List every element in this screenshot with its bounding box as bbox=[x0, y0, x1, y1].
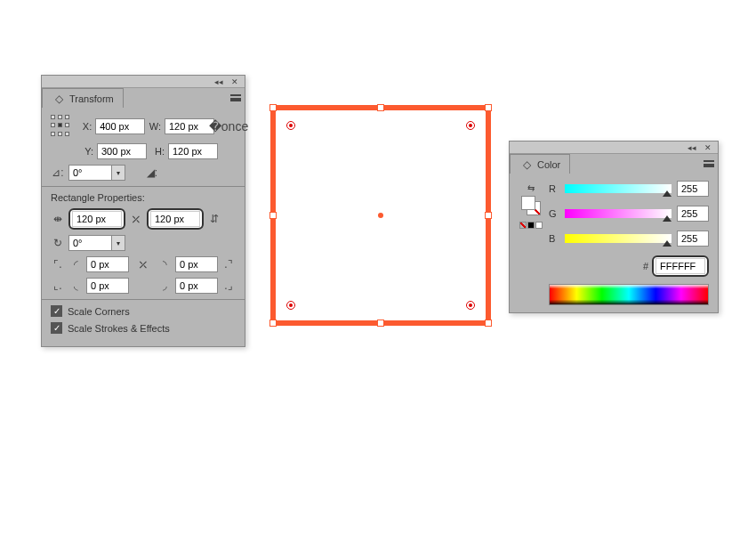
rotate-row: ⊿: ▾ ◢: bbox=[51, 165, 236, 181]
corner-bl-input[interactable] bbox=[86, 278, 129, 294]
handle-l[interactable] bbox=[269, 212, 277, 219]
radius-tl-icon: ◜ bbox=[68, 257, 83, 271]
shear-icon: ◢: bbox=[145, 166, 159, 180]
color-panel: ◂◂ ✕ ◇ Color ⇆ R bbox=[509, 141, 719, 313]
swap-colors-icon[interactable]: ⇆ bbox=[524, 181, 538, 195]
check-icon-2: ✓ bbox=[51, 322, 62, 334]
corner-widget-tr[interactable] bbox=[466, 121, 475, 130]
canvas-selected-rectangle[interactable] bbox=[270, 105, 491, 326]
rotate-rect-icon: ↻ bbox=[51, 236, 65, 250]
height-icon: ⇵ bbox=[207, 212, 221, 226]
scale-strokes-checkbox[interactable]: ✓ Scale Strokes & Effects bbox=[51, 322, 236, 334]
rect-rotate-input[interactable] bbox=[68, 235, 111, 251]
h-input[interactable] bbox=[168, 143, 218, 159]
corner-tr-input[interactable] bbox=[175, 256, 218, 272]
slider-thumb-icon-3[interactable] bbox=[663, 240, 672, 247]
handle-r[interactable] bbox=[485, 212, 492, 219]
radius-bl-icon: ◟ bbox=[68, 279, 83, 293]
link-corners-icon[interactable]: ⤫ bbox=[136, 257, 150, 271]
rotate-dropdown[interactable]: ▾ bbox=[68, 165, 125, 181]
panel-menu-button-2[interactable] bbox=[700, 154, 718, 174]
link-rect-icon[interactable]: ⤫ bbox=[129, 212, 143, 226]
b-slider[interactable] bbox=[565, 234, 672, 243]
width-icon: ⇼ bbox=[51, 212, 65, 226]
b-slider-row: B bbox=[549, 231, 709, 247]
panel-menu-button[interactable] bbox=[227, 88, 245, 108]
transform-tabrow: ◇ Transform bbox=[42, 88, 245, 108]
fill-swatch[interactable] bbox=[521, 196, 535, 210]
rect-w-highlight bbox=[68, 208, 125, 230]
y-input[interactable] bbox=[97, 143, 147, 159]
x-input[interactable] bbox=[95, 118, 145, 134]
corner-widget-br[interactable] bbox=[466, 301, 475, 310]
menu-icon bbox=[230, 94, 241, 101]
check-icon: ✓ bbox=[51, 305, 62, 317]
handle-tl[interactable] bbox=[269, 104, 277, 111]
menu-icon-2 bbox=[704, 160, 714, 167]
slider-thumb-icon[interactable] bbox=[663, 190, 672, 197]
r-input[interactable] bbox=[677, 181, 709, 197]
chevron-down-icon[interactable]: ▾ bbox=[111, 165, 125, 181]
chevron-down-icon-2[interactable]: ▾ bbox=[111, 235, 125, 251]
handle-br[interactable] bbox=[485, 320, 492, 327]
x-label: X: bbox=[79, 121, 92, 132]
color-tab-icon: ◇ bbox=[519, 158, 534, 172]
fill-stroke-swatches[interactable]: ⇆ bbox=[519, 181, 543, 305]
transform-topbar: ◂◂ ✕ bbox=[42, 76, 245, 88]
center-point[interactable] bbox=[378, 213, 383, 218]
corner-widget-bl[interactable] bbox=[286, 301, 295, 310]
corner-tl-input[interactable] bbox=[86, 256, 129, 272]
color-tabrow: ◇ Color bbox=[510, 154, 718, 174]
slider-thumb-icon-2[interactable] bbox=[663, 215, 672, 222]
hex-highlight bbox=[652, 255, 709, 277]
rect-h-input[interactable] bbox=[150, 211, 200, 227]
transform-tab-icon: ◇ bbox=[52, 92, 66, 106]
tab-label: Transform bbox=[69, 93, 114, 104]
r-slider[interactable] bbox=[565, 184, 672, 193]
color-tab-label: Color bbox=[537, 159, 560, 170]
rectangle-props-label: Rectangle Properties: bbox=[51, 192, 236, 203]
b-label: B bbox=[549, 233, 559, 244]
b-input[interactable] bbox=[677, 231, 709, 247]
collapse-panel-icon[interactable]: ◂◂ bbox=[213, 77, 225, 86]
g-input[interactable] bbox=[677, 206, 709, 222]
reference-point-grid[interactable] bbox=[51, 115, 70, 138]
handle-tr[interactable] bbox=[485, 104, 492, 111]
handle-bl[interactable] bbox=[269, 320, 277, 327]
close-panel-icon[interactable]: ✕ bbox=[229, 77, 241, 86]
hash-label: # bbox=[643, 261, 648, 271]
g-slider[interactable] bbox=[565, 209, 672, 218]
handle-b[interactable] bbox=[377, 320, 384, 327]
rotate-input[interactable] bbox=[68, 165, 111, 181]
rect-w-input[interactable] bbox=[72, 211, 122, 227]
close-panel-icon-2[interactable]: ✕ bbox=[702, 143, 714, 152]
handle-t[interactable] bbox=[377, 104, 384, 111]
g-slider-row: G bbox=[549, 206, 709, 222]
white-swatch-icon[interactable] bbox=[535, 222, 543, 229]
w-input[interactable] bbox=[165, 118, 214, 134]
position-row-x: X: W: �once bbox=[51, 115, 236, 138]
radius-br-icon: ◞ bbox=[157, 279, 172, 293]
link-wh-icon[interactable]: �once bbox=[221, 119, 236, 134]
none-swatch-icon[interactable] bbox=[519, 222, 527, 229]
black-swatch-icon[interactable] bbox=[527, 222, 535, 229]
transform-panel: ◂◂ ✕ ◇ Transform X: W: �once Y: H: bbox=[41, 75, 245, 347]
corner-br-icon: .⌟ bbox=[221, 279, 236, 293]
collapse-panel-icon-2[interactable]: ◂◂ bbox=[686, 143, 698, 152]
corner-widget-tl[interactable] bbox=[286, 121, 295, 130]
hex-input[interactable] bbox=[655, 258, 705, 274]
rect-h-highlight bbox=[147, 208, 204, 230]
r-label: R bbox=[549, 183, 559, 194]
tab-transform[interactable]: ◇ Transform bbox=[42, 88, 124, 108]
tab-color[interactable]: ◇ Color bbox=[510, 154, 570, 174]
corner-bl-icon: ⌞. bbox=[51, 279, 65, 293]
scale-corners-checkbox[interactable]: ✓ Scale Corners bbox=[51, 305, 236, 317]
scale-strokes-label: Scale Strokes & Effects bbox=[68, 323, 170, 334]
position-row-y: Y: H: bbox=[79, 143, 236, 159]
hex-row: # bbox=[549, 255, 709, 277]
w-label: W: bbox=[149, 121, 161, 132]
corner-br-input[interactable] bbox=[175, 278, 218, 294]
color-spectrum[interactable] bbox=[549, 284, 709, 305]
rect-rotate-dropdown[interactable]: ▾ bbox=[68, 235, 125, 251]
color-topbar: ◂◂ ✕ bbox=[510, 142, 718, 154]
